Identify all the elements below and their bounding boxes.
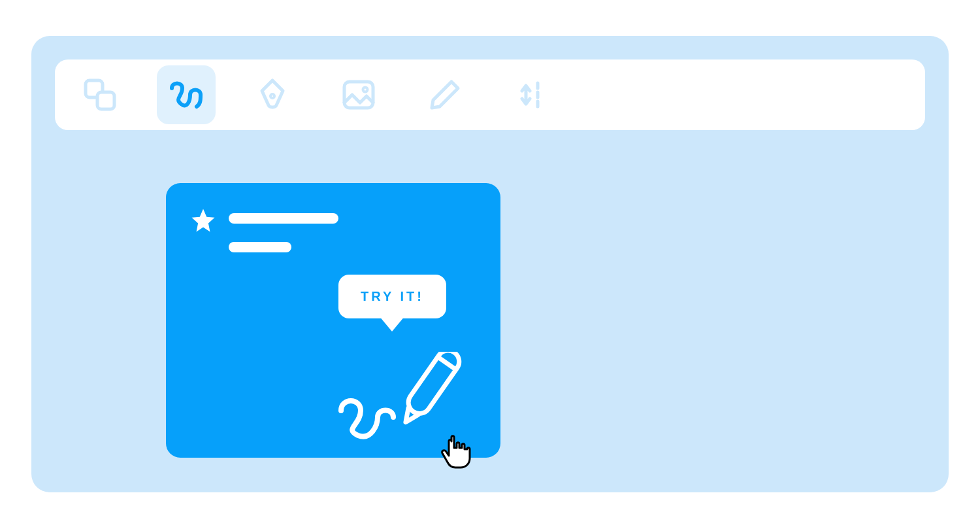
- pen-tool-button[interactable]: [243, 65, 302, 124]
- shapes-icon: [82, 76, 118, 113]
- feature-card[interactable]: TRY IT!: [166, 183, 500, 458]
- image-icon: [340, 76, 377, 113]
- svg-line-6: [438, 357, 456, 370]
- pencil-tool-button[interactable]: [416, 65, 474, 124]
- svg-rect-5: [404, 352, 463, 418]
- star-icon: [189, 207, 217, 234]
- editor-canvas: TRY IT!: [31, 36, 949, 492]
- card-header: [189, 207, 477, 252]
- pen-drawing-illustration: [336, 352, 480, 443]
- try-it-tooltip: TRY IT!: [338, 275, 446, 318]
- svg-rect-3: [344, 82, 373, 108]
- placeholder-line: [229, 242, 291, 252]
- pencil-icon: [427, 76, 463, 113]
- image-tool-button[interactable]: [329, 65, 388, 124]
- svg-rect-1: [97, 92, 114, 109]
- svg-point-4: [363, 88, 368, 92]
- resize-vertical-icon: [513, 76, 549, 113]
- card-title-placeholder: [229, 213, 338, 252]
- pointer-cursor-icon: [440, 434, 471, 470]
- squiggle-tool-button[interactable]: [157, 65, 216, 124]
- placeholder-line: [229, 213, 338, 224]
- toolbar: [55, 60, 925, 130]
- tooltip-text: TRY IT!: [361, 289, 424, 303]
- squiggle-icon: [168, 76, 204, 113]
- shapes-tool-button[interactable]: [71, 65, 129, 124]
- pen-tool-icon: [254, 76, 291, 113]
- svg-point-2: [270, 94, 274, 98]
- resize-tool-button[interactable]: [502, 65, 561, 124]
